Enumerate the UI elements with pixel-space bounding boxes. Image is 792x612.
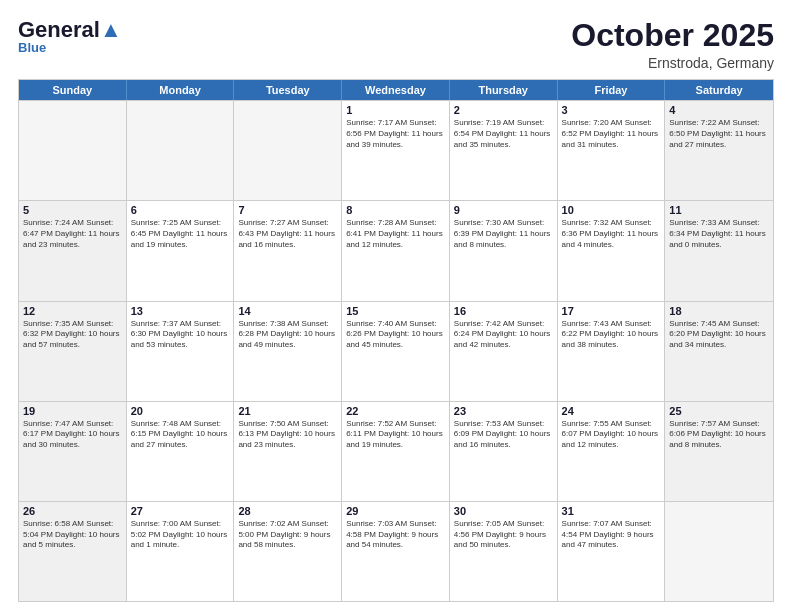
cell-info: Sunrise: 7:02 AM Sunset: 5:00 PM Dayligh… bbox=[238, 519, 337, 551]
calendar-cell: 1Sunrise: 7:17 AM Sunset: 6:56 PM Daylig… bbox=[342, 101, 450, 200]
calendar-cell: 21Sunrise: 7:50 AM Sunset: 6:13 PM Dayli… bbox=[234, 402, 342, 501]
title-block: October 2025 Ernstroda, Germany bbox=[571, 18, 774, 71]
day-number: 26 bbox=[23, 505, 122, 517]
calendar-cell: 15Sunrise: 7:40 AM Sunset: 6:26 PM Dayli… bbox=[342, 302, 450, 401]
day-number: 15 bbox=[346, 305, 445, 317]
day-number: 12 bbox=[23, 305, 122, 317]
calendar-cell: 24Sunrise: 7:55 AM Sunset: 6:07 PM Dayli… bbox=[558, 402, 666, 501]
calendar-cell: 3Sunrise: 7:20 AM Sunset: 6:52 PM Daylig… bbox=[558, 101, 666, 200]
cell-info: Sunrise: 7:07 AM Sunset: 4:54 PM Dayligh… bbox=[562, 519, 661, 551]
cell-info: Sunrise: 7:05 AM Sunset: 4:56 PM Dayligh… bbox=[454, 519, 553, 551]
calendar-cell: 17Sunrise: 7:43 AM Sunset: 6:22 PM Dayli… bbox=[558, 302, 666, 401]
cell-info: Sunrise: 7:27 AM Sunset: 6:43 PM Dayligh… bbox=[238, 218, 337, 250]
calendar-cell: 18Sunrise: 7:45 AM Sunset: 6:20 PM Dayli… bbox=[665, 302, 773, 401]
calendar-cell: 2Sunrise: 7:19 AM Sunset: 6:54 PM Daylig… bbox=[450, 101, 558, 200]
calendar-cell: 31Sunrise: 7:07 AM Sunset: 4:54 PM Dayli… bbox=[558, 502, 666, 601]
day-number: 11 bbox=[669, 204, 769, 216]
day-number: 2 bbox=[454, 104, 553, 116]
calendar-cell: 22Sunrise: 7:52 AM Sunset: 6:11 PM Dayli… bbox=[342, 402, 450, 501]
calendar-cell bbox=[19, 101, 127, 200]
calendar-cell: 14Sunrise: 7:38 AM Sunset: 6:28 PM Dayli… bbox=[234, 302, 342, 401]
calendar-cell: 12Sunrise: 7:35 AM Sunset: 6:32 PM Dayli… bbox=[19, 302, 127, 401]
cell-info: Sunrise: 7:22 AM Sunset: 6:50 PM Dayligh… bbox=[669, 118, 769, 150]
calendar-cell bbox=[234, 101, 342, 200]
cell-info: Sunrise: 7:17 AM Sunset: 6:56 PM Dayligh… bbox=[346, 118, 445, 150]
calendar-row: 26Sunrise: 6:58 AM Sunset: 5:04 PM Dayli… bbox=[19, 501, 773, 601]
calendar-cell: 9Sunrise: 7:30 AM Sunset: 6:39 PM Daylig… bbox=[450, 201, 558, 300]
day-number: 22 bbox=[346, 405, 445, 417]
day-number: 18 bbox=[669, 305, 769, 317]
calendar-cell: 5Sunrise: 7:24 AM Sunset: 6:47 PM Daylig… bbox=[19, 201, 127, 300]
calendar-cell: 26Sunrise: 6:58 AM Sunset: 5:04 PM Dayli… bbox=[19, 502, 127, 601]
calendar-cell: 28Sunrise: 7:02 AM Sunset: 5:00 PM Dayli… bbox=[234, 502, 342, 601]
calendar-cell: 20Sunrise: 7:48 AM Sunset: 6:15 PM Dayli… bbox=[127, 402, 235, 501]
weekday-header: Sunday bbox=[19, 80, 127, 100]
calendar-body: 1Sunrise: 7:17 AM Sunset: 6:56 PM Daylig… bbox=[19, 100, 773, 601]
day-number: 16 bbox=[454, 305, 553, 317]
calendar-row: 12Sunrise: 7:35 AM Sunset: 6:32 PM Dayli… bbox=[19, 301, 773, 401]
day-number: 5 bbox=[23, 204, 122, 216]
header: General▲ Blue October 2025 Ernstroda, Ge… bbox=[18, 18, 774, 71]
cell-info: Sunrise: 7:03 AM Sunset: 4:58 PM Dayligh… bbox=[346, 519, 445, 551]
cell-info: Sunrise: 7:47 AM Sunset: 6:17 PM Dayligh… bbox=[23, 419, 122, 451]
cell-info: Sunrise: 7:55 AM Sunset: 6:07 PM Dayligh… bbox=[562, 419, 661, 451]
weekday-header: Wednesday bbox=[342, 80, 450, 100]
calendar: SundayMondayTuesdayWednesdayThursdayFrid… bbox=[18, 79, 774, 602]
cell-info: Sunrise: 7:45 AM Sunset: 6:20 PM Dayligh… bbox=[669, 319, 769, 351]
calendar-cell: 30Sunrise: 7:05 AM Sunset: 4:56 PM Dayli… bbox=[450, 502, 558, 601]
day-number: 20 bbox=[131, 405, 230, 417]
day-number: 3 bbox=[562, 104, 661, 116]
calendar-cell: 10Sunrise: 7:32 AM Sunset: 6:36 PM Dayli… bbox=[558, 201, 666, 300]
cell-info: Sunrise: 7:25 AM Sunset: 6:45 PM Dayligh… bbox=[131, 218, 230, 250]
cell-info: Sunrise: 7:37 AM Sunset: 6:30 PM Dayligh… bbox=[131, 319, 230, 351]
cell-info: Sunrise: 7:24 AM Sunset: 6:47 PM Dayligh… bbox=[23, 218, 122, 250]
calendar-cell: 8Sunrise: 7:28 AM Sunset: 6:41 PM Daylig… bbox=[342, 201, 450, 300]
day-number: 9 bbox=[454, 204, 553, 216]
cell-info: Sunrise: 7:00 AM Sunset: 5:02 PM Dayligh… bbox=[131, 519, 230, 551]
cell-info: Sunrise: 7:42 AM Sunset: 6:24 PM Dayligh… bbox=[454, 319, 553, 351]
calendar-cell: 29Sunrise: 7:03 AM Sunset: 4:58 PM Dayli… bbox=[342, 502, 450, 601]
logo-text: General▲ bbox=[18, 18, 122, 42]
weekday-header: Saturday bbox=[665, 80, 773, 100]
day-number: 4 bbox=[669, 104, 769, 116]
cell-info: Sunrise: 7:53 AM Sunset: 6:09 PM Dayligh… bbox=[454, 419, 553, 451]
cell-info: Sunrise: 6:58 AM Sunset: 5:04 PM Dayligh… bbox=[23, 519, 122, 551]
calendar-cell: 13Sunrise: 7:37 AM Sunset: 6:30 PM Dayli… bbox=[127, 302, 235, 401]
calendar-cell bbox=[127, 101, 235, 200]
weekday-header: Thursday bbox=[450, 80, 558, 100]
cell-info: Sunrise: 7:35 AM Sunset: 6:32 PM Dayligh… bbox=[23, 319, 122, 351]
cell-info: Sunrise: 7:50 AM Sunset: 6:13 PM Dayligh… bbox=[238, 419, 337, 451]
logo-blue: ▲ bbox=[100, 17, 122, 42]
day-number: 7 bbox=[238, 204, 337, 216]
calendar-row: 19Sunrise: 7:47 AM Sunset: 6:17 PM Dayli… bbox=[19, 401, 773, 501]
cell-info: Sunrise: 7:48 AM Sunset: 6:15 PM Dayligh… bbox=[131, 419, 230, 451]
calendar-cell: 6Sunrise: 7:25 AM Sunset: 6:45 PM Daylig… bbox=[127, 201, 235, 300]
day-number: 14 bbox=[238, 305, 337, 317]
calendar-cell: 19Sunrise: 7:47 AM Sunset: 6:17 PM Dayli… bbox=[19, 402, 127, 501]
day-number: 17 bbox=[562, 305, 661, 317]
cell-info: Sunrise: 7:32 AM Sunset: 6:36 PM Dayligh… bbox=[562, 218, 661, 250]
cell-info: Sunrise: 7:38 AM Sunset: 6:28 PM Dayligh… bbox=[238, 319, 337, 351]
day-number: 25 bbox=[669, 405, 769, 417]
day-number: 10 bbox=[562, 204, 661, 216]
calendar-cell: 25Sunrise: 7:57 AM Sunset: 6:06 PM Dayli… bbox=[665, 402, 773, 501]
page: General▲ Blue October 2025 Ernstroda, Ge… bbox=[0, 0, 792, 612]
calendar-cell bbox=[665, 502, 773, 601]
cell-info: Sunrise: 7:40 AM Sunset: 6:26 PM Dayligh… bbox=[346, 319, 445, 351]
cell-info: Sunrise: 7:57 AM Sunset: 6:06 PM Dayligh… bbox=[669, 419, 769, 451]
day-number: 19 bbox=[23, 405, 122, 417]
logo-sub: Blue bbox=[18, 40, 46, 55]
cell-info: Sunrise: 7:33 AM Sunset: 6:34 PM Dayligh… bbox=[669, 218, 769, 250]
calendar-cell: 11Sunrise: 7:33 AM Sunset: 6:34 PM Dayli… bbox=[665, 201, 773, 300]
day-number: 6 bbox=[131, 204, 230, 216]
day-number: 27 bbox=[131, 505, 230, 517]
logo: General▲ Blue bbox=[18, 18, 122, 55]
calendar-row: 5Sunrise: 7:24 AM Sunset: 6:47 PM Daylig… bbox=[19, 200, 773, 300]
calendar-row: 1Sunrise: 7:17 AM Sunset: 6:56 PM Daylig… bbox=[19, 100, 773, 200]
day-number: 28 bbox=[238, 505, 337, 517]
cell-info: Sunrise: 7:20 AM Sunset: 6:52 PM Dayligh… bbox=[562, 118, 661, 150]
weekday-header: Monday bbox=[127, 80, 235, 100]
cell-info: Sunrise: 7:43 AM Sunset: 6:22 PM Dayligh… bbox=[562, 319, 661, 351]
calendar-cell: 7Sunrise: 7:27 AM Sunset: 6:43 PM Daylig… bbox=[234, 201, 342, 300]
cell-info: Sunrise: 7:52 AM Sunset: 6:11 PM Dayligh… bbox=[346, 419, 445, 451]
